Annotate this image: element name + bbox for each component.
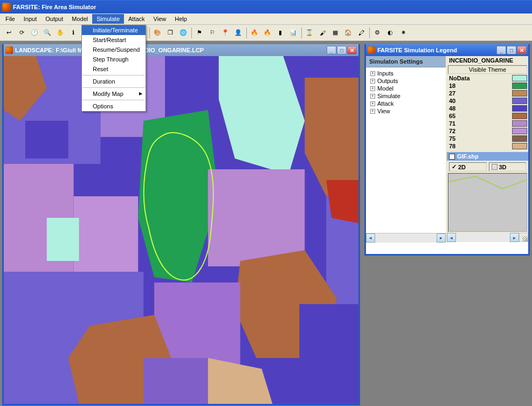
menu-modify-map[interactable]: Modify Map (82, 89, 146, 99)
legend-row[interactable]: 18 (448, 82, 527, 90)
tool-bars-icon[interactable]: ▮ (274, 26, 287, 39)
menu-resume-suspend[interactable]: Resume/Suspend (82, 45, 146, 54)
tool-person-icon[interactable]: 👤 (232, 26, 245, 39)
tree-item-attack[interactable]: +Attack (368, 100, 444, 107)
shp-header[interactable]: GIF.shp (447, 152, 528, 161)
legend-row[interactable]: 65 (448, 112, 527, 120)
menu-step-through[interactable]: Step Through (82, 54, 146, 64)
tool-house-icon[interactable]: 🏠 (342, 26, 355, 39)
legend-hscroll[interactable]: ◂ ▸ (447, 233, 528, 242)
tool-fire2-icon[interactable]: 🔥 (261, 26, 274, 39)
tool-pan-icon[interactable]: ✋ (54, 26, 67, 39)
legend-swatch (512, 82, 527, 89)
mode-3d[interactable]: 3D (489, 162, 527, 171)
legend-swatch (512, 143, 527, 149)
tool-palette-icon[interactable]: 🎨 (151, 26, 164, 39)
legend-row[interactable]: 75 (448, 135, 527, 142)
legend-row[interactable]: 78 (448, 142, 527, 150)
preview-line (448, 174, 527, 231)
landscape-titlebar[interactable]: LANDSCAPE: F:\Giuli Monte_Ongarine\INCEN… (4, 44, 358, 56)
tool-explode-icon[interactable]: ✷ (397, 26, 410, 39)
expand-icon[interactable]: + (370, 94, 375, 99)
shp-checkbox[interactable] (449, 154, 455, 160)
menu-file[interactable]: File (1, 14, 19, 24)
close-button[interactable]: ✕ (347, 46, 357, 54)
menu-simulate[interactable]: Simulate (92, 14, 124, 24)
tree-item-model[interactable]: +Model (368, 85, 444, 92)
map-canvas[interactable] (4, 56, 358, 404)
legend-row[interactable]: 72 (448, 127, 527, 135)
legend-panel: INCENDIO_ONGARINE Visible Theme NoData 1… (447, 56, 528, 242)
tool-flag1-icon[interactable]: ⚑ (193, 26, 206, 39)
menu-output[interactable]: Output (41, 14, 67, 24)
expand-icon[interactable]: + (370, 86, 375, 91)
scroll-left-icon[interactable]: ◂ (366, 233, 375, 243)
preview-box (448, 173, 527, 232)
tool-world-icon[interactable]: 🌐 (177, 26, 190, 39)
legend-swatch (512, 75, 527, 81)
menu-attack[interactable]: Attack (124, 14, 149, 24)
tool-zoom-icon[interactable]: 🔍 (41, 26, 54, 39)
minimize-button[interactable]: _ (327, 46, 336, 54)
tool-hourglass-icon[interactable]: ⌛ (303, 26, 316, 39)
legend-row[interactable]: 48 (448, 105, 527, 112)
legend-row[interactable]: NoData (448, 74, 527, 82)
expand-icon[interactable]: + (370, 101, 375, 106)
tree-item-outputs[interactable]: +Outputs (368, 77, 444, 85)
tool-layers-icon[interactable]: ❐ (164, 26, 177, 39)
legend-project: INCENDIO_ONGARINE (447, 56, 528, 65)
legend-swatch (512, 105, 527, 112)
legend-row[interactable]: 40 (448, 97, 527, 105)
expand-icon[interactable]: + (370, 71, 375, 76)
scroll-right-icon[interactable]: ▸ (437, 233, 446, 243)
tool-shadow-icon[interactable]: ◐ (384, 26, 397, 39)
menu-options[interactable]: Options (82, 101, 146, 111)
tool-fire1-icon[interactable]: 🔥 (248, 26, 261, 39)
menu-reset[interactable]: Reset (82, 64, 146, 74)
tree-item-simulate[interactable]: +Simulate (368, 92, 444, 100)
resize-grip-icon[interactable] (519, 233, 528, 242)
legend-swatch (512, 90, 527, 97)
tool-paint-icon[interactable]: 🖍 (355, 26, 368, 39)
mode-2d[interactable]: ✓2D (449, 162, 487, 171)
tool-gun-icon[interactable]: ⚙ (371, 26, 384, 39)
menu-initiate-terminate[interactable]: Initiate/Terminate (82, 25, 146, 35)
legend-row[interactable]: 27 (448, 90, 527, 97)
maximize-button[interactable]: □ (337, 46, 347, 54)
visible-theme-header[interactable]: Visible Theme (448, 65, 527, 74)
settings-hscroll[interactable]: ◂ ▸ (366, 233, 446, 242)
landscape-window: LANDSCAPE: F:\Giuli Monte_Ongarine\INCEN… (2, 44, 360, 405)
tool-back-icon[interactable]: ↩ (2, 26, 15, 39)
tool-brush-icon[interactable]: 🖌 (316, 26, 329, 39)
menu-start-restart[interactable]: Start/Restart (82, 35, 146, 45)
close-button[interactable]: ✕ (517, 46, 527, 54)
check-icon: ✓ (452, 163, 457, 170)
workspace: LANDSCAPE: F:\Giuli Monte_Ongarine\INCEN… (0, 41, 532, 406)
legend-titlebar[interactable]: FARSITE Simulation Legend _ □ ✕ (366, 44, 528, 56)
tool-reload-icon[interactable]: ⟳ (15, 26, 28, 39)
maximize-button[interactable]: □ (507, 46, 516, 54)
scroll-track[interactable] (375, 233, 437, 243)
tool-clock-icon[interactable]: 🕐 (28, 26, 41, 39)
tree-item-inputs[interactable]: +Inputs (368, 70, 444, 77)
scroll-left-icon[interactable]: ◂ (447, 233, 456, 242)
tree-item-view[interactable]: +View (368, 107, 444, 115)
tool-grid-icon[interactable]: ▦ (329, 26, 342, 39)
legend-row[interactable]: 71 (448, 120, 527, 127)
expand-icon[interactable]: + (370, 109, 375, 114)
scroll-track[interactable] (456, 233, 510, 242)
tool-info-icon[interactable]: ℹ (67, 26, 80, 39)
tool-flag2-icon[interactable]: ⚐ (206, 26, 219, 39)
menu-duration[interactable]: Duration (82, 77, 146, 86)
minimize-button[interactable]: _ (496, 46, 506, 54)
menu-view[interactable]: View (149, 14, 171, 24)
scroll-right-icon[interactable]: ▸ (510, 233, 519, 242)
menu-input[interactable]: Input (19, 14, 41, 24)
legend-title: FARSITE Simulation Legend (377, 47, 496, 53)
menu-help[interactable]: Help (170, 14, 191, 24)
tool-pin-icon[interactable]: 📍 (219, 26, 232, 39)
menu-model[interactable]: Model (67, 14, 92, 24)
svg-rect-14 (47, 218, 79, 261)
tool-chart-icon[interactable]: 📊 (287, 26, 300, 39)
expand-icon[interactable]: + (370, 79, 375, 84)
